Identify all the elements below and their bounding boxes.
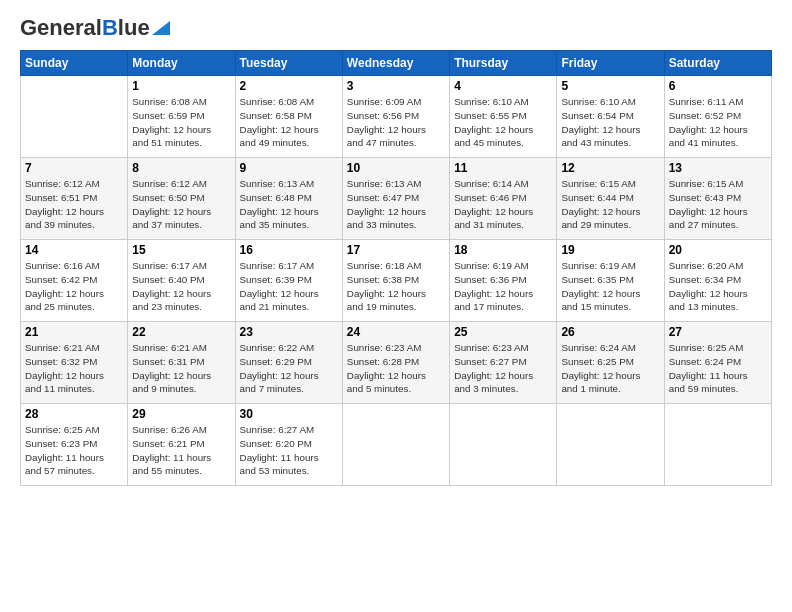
- day-number: 13: [669, 161, 767, 175]
- day-number: 14: [25, 243, 123, 257]
- calendar-cell: 20Sunrise: 6:20 AM Sunset: 6:34 PM Dayli…: [664, 240, 771, 322]
- logo-icon: [152, 21, 170, 35]
- calendar-cell: [557, 404, 664, 486]
- day-number: 16: [240, 243, 338, 257]
- calendar-cell: 23Sunrise: 6:22 AM Sunset: 6:29 PM Dayli…: [235, 322, 342, 404]
- day-number: 6: [669, 79, 767, 93]
- day-number: 18: [454, 243, 552, 257]
- day-info: Sunrise: 6:12 AM Sunset: 6:50 PM Dayligh…: [132, 177, 230, 232]
- day-number: 15: [132, 243, 230, 257]
- calendar-cell: 24Sunrise: 6:23 AM Sunset: 6:28 PM Dayli…: [342, 322, 449, 404]
- day-number: 8: [132, 161, 230, 175]
- calendar-table: SundayMondayTuesdayWednesdayThursdayFrid…: [20, 50, 772, 486]
- day-info: Sunrise: 6:26 AM Sunset: 6:21 PM Dayligh…: [132, 423, 230, 478]
- calendar-cell: 26Sunrise: 6:24 AM Sunset: 6:25 PM Dayli…: [557, 322, 664, 404]
- day-info: Sunrise: 6:13 AM Sunset: 6:47 PM Dayligh…: [347, 177, 445, 232]
- day-info: Sunrise: 6:14 AM Sunset: 6:46 PM Dayligh…: [454, 177, 552, 232]
- day-number: 19: [561, 243, 659, 257]
- day-info: Sunrise: 6:20 AM Sunset: 6:34 PM Dayligh…: [669, 259, 767, 314]
- day-number: 23: [240, 325, 338, 339]
- day-info: Sunrise: 6:23 AM Sunset: 6:28 PM Dayligh…: [347, 341, 445, 396]
- day-info: Sunrise: 6:13 AM Sunset: 6:48 PM Dayligh…: [240, 177, 338, 232]
- calendar-cell: 30Sunrise: 6:27 AM Sunset: 6:20 PM Dayli…: [235, 404, 342, 486]
- calendar-cell: 15Sunrise: 6:17 AM Sunset: 6:40 PM Dayli…: [128, 240, 235, 322]
- day-info: Sunrise: 6:09 AM Sunset: 6:56 PM Dayligh…: [347, 95, 445, 150]
- calendar-cell: 17Sunrise: 6:18 AM Sunset: 6:38 PM Dayli…: [342, 240, 449, 322]
- day-info: Sunrise: 6:17 AM Sunset: 6:40 PM Dayligh…: [132, 259, 230, 314]
- calendar-cell: 5Sunrise: 6:10 AM Sunset: 6:54 PM Daylig…: [557, 76, 664, 158]
- day-number: 21: [25, 325, 123, 339]
- day-info: Sunrise: 6:15 AM Sunset: 6:43 PM Dayligh…: [669, 177, 767, 232]
- day-info: Sunrise: 6:24 AM Sunset: 6:25 PM Dayligh…: [561, 341, 659, 396]
- day-info: Sunrise: 6:17 AM Sunset: 6:39 PM Dayligh…: [240, 259, 338, 314]
- calendar-cell: 10Sunrise: 6:13 AM Sunset: 6:47 PM Dayli…: [342, 158, 449, 240]
- day-info: Sunrise: 6:16 AM Sunset: 6:42 PM Dayligh…: [25, 259, 123, 314]
- calendar-cell: 13Sunrise: 6:15 AM Sunset: 6:43 PM Dayli…: [664, 158, 771, 240]
- calendar-cell: 8Sunrise: 6:12 AM Sunset: 6:50 PM Daylig…: [128, 158, 235, 240]
- day-number: 3: [347, 79, 445, 93]
- weekday-header: Tuesday: [235, 51, 342, 76]
- calendar-cell: 14Sunrise: 6:16 AM Sunset: 6:42 PM Dayli…: [21, 240, 128, 322]
- day-info: Sunrise: 6:10 AM Sunset: 6:55 PM Dayligh…: [454, 95, 552, 150]
- day-number: 27: [669, 325, 767, 339]
- calendar-cell: 12Sunrise: 6:15 AM Sunset: 6:44 PM Dayli…: [557, 158, 664, 240]
- day-info: Sunrise: 6:12 AM Sunset: 6:51 PM Dayligh…: [25, 177, 123, 232]
- calendar-cell: 9Sunrise: 6:13 AM Sunset: 6:48 PM Daylig…: [235, 158, 342, 240]
- day-number: 11: [454, 161, 552, 175]
- calendar-cell: 28Sunrise: 6:25 AM Sunset: 6:23 PM Dayli…: [21, 404, 128, 486]
- day-number: 5: [561, 79, 659, 93]
- calendar-cell: 2Sunrise: 6:08 AM Sunset: 6:58 PM Daylig…: [235, 76, 342, 158]
- calendar-cell: [342, 404, 449, 486]
- day-number: 12: [561, 161, 659, 175]
- weekday-header: Friday: [557, 51, 664, 76]
- calendar-cell: 11Sunrise: 6:14 AM Sunset: 6:46 PM Dayli…: [450, 158, 557, 240]
- day-info: Sunrise: 6:27 AM Sunset: 6:20 PM Dayligh…: [240, 423, 338, 478]
- day-number: 28: [25, 407, 123, 421]
- day-number: 7: [25, 161, 123, 175]
- day-info: Sunrise: 6:08 AM Sunset: 6:58 PM Dayligh…: [240, 95, 338, 150]
- day-info: Sunrise: 6:19 AM Sunset: 6:35 PM Dayligh…: [561, 259, 659, 314]
- calendar-cell: 16Sunrise: 6:17 AM Sunset: 6:39 PM Dayli…: [235, 240, 342, 322]
- day-info: Sunrise: 6:23 AM Sunset: 6:27 PM Dayligh…: [454, 341, 552, 396]
- weekday-header: Wednesday: [342, 51, 449, 76]
- logo: GeneralBlue: [20, 16, 170, 40]
- day-info: Sunrise: 6:11 AM Sunset: 6:52 PM Dayligh…: [669, 95, 767, 150]
- calendar-cell: 1Sunrise: 6:08 AM Sunset: 6:59 PM Daylig…: [128, 76, 235, 158]
- day-info: Sunrise: 6:25 AM Sunset: 6:24 PM Dayligh…: [669, 341, 767, 396]
- calendar-cell: [664, 404, 771, 486]
- weekday-header: Monday: [128, 51, 235, 76]
- day-info: Sunrise: 6:08 AM Sunset: 6:59 PM Dayligh…: [132, 95, 230, 150]
- day-number: 22: [132, 325, 230, 339]
- day-info: Sunrise: 6:18 AM Sunset: 6:38 PM Dayligh…: [347, 259, 445, 314]
- calendar-cell: 25Sunrise: 6:23 AM Sunset: 6:27 PM Dayli…: [450, 322, 557, 404]
- calendar-cell: 3Sunrise: 6:09 AM Sunset: 6:56 PM Daylig…: [342, 76, 449, 158]
- day-info: Sunrise: 6:22 AM Sunset: 6:29 PM Dayligh…: [240, 341, 338, 396]
- day-number: 10: [347, 161, 445, 175]
- calendar-cell: [450, 404, 557, 486]
- calendar-cell: 18Sunrise: 6:19 AM Sunset: 6:36 PM Dayli…: [450, 240, 557, 322]
- day-info: Sunrise: 6:19 AM Sunset: 6:36 PM Dayligh…: [454, 259, 552, 314]
- day-number: 2: [240, 79, 338, 93]
- day-info: Sunrise: 6:21 AM Sunset: 6:31 PM Dayligh…: [132, 341, 230, 396]
- day-number: 24: [347, 325, 445, 339]
- day-number: 26: [561, 325, 659, 339]
- calendar-cell: 29Sunrise: 6:26 AM Sunset: 6:21 PM Dayli…: [128, 404, 235, 486]
- calendar-cell: 19Sunrise: 6:19 AM Sunset: 6:35 PM Dayli…: [557, 240, 664, 322]
- day-info: Sunrise: 6:10 AM Sunset: 6:54 PM Dayligh…: [561, 95, 659, 150]
- day-number: 1: [132, 79, 230, 93]
- calendar-cell: 27Sunrise: 6:25 AM Sunset: 6:24 PM Dayli…: [664, 322, 771, 404]
- calendar-cell: 6Sunrise: 6:11 AM Sunset: 6:52 PM Daylig…: [664, 76, 771, 158]
- day-number: 4: [454, 79, 552, 93]
- day-number: 30: [240, 407, 338, 421]
- calendar-cell: 4Sunrise: 6:10 AM Sunset: 6:55 PM Daylig…: [450, 76, 557, 158]
- day-number: 29: [132, 407, 230, 421]
- calendar-cell: 22Sunrise: 6:21 AM Sunset: 6:31 PM Dayli…: [128, 322, 235, 404]
- logo-text: GeneralBlue: [20, 16, 150, 40]
- weekday-header: Sunday: [21, 51, 128, 76]
- day-number: 17: [347, 243, 445, 257]
- day-info: Sunrise: 6:15 AM Sunset: 6:44 PM Dayligh…: [561, 177, 659, 232]
- day-number: 25: [454, 325, 552, 339]
- weekday-header: Thursday: [450, 51, 557, 76]
- day-number: 20: [669, 243, 767, 257]
- header: GeneralBlue: [20, 16, 772, 40]
